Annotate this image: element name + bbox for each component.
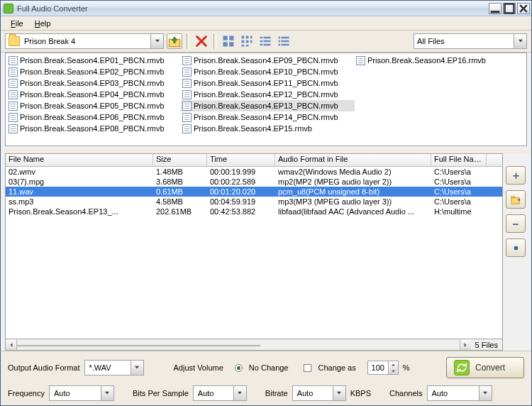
- close-button[interactable]: [517, 3, 530, 14]
- cell-name: 02.wmv: [6, 167, 153, 177]
- browser-file-item[interactable]: Prison.Break.Season4.EP14_PBCN.rmvb: [181, 111, 355, 123]
- table-row[interactable]: 02.wmv1.48MB00:00:19.999wmav2(Windows Me…: [6, 167, 502, 177]
- maximize-button[interactable]: [503, 3, 516, 14]
- browser-file-item[interactable]: Prison.Break.Season4.EP15.rmvb: [181, 123, 355, 134]
- frequency-value: Auto: [50, 389, 101, 397]
- browser-file-name: Prison.Break.Season4.EP09_PBCN.rmvb: [194, 56, 338, 65]
- up-folder-button[interactable]: [167, 33, 182, 49]
- browser-file-item[interactable]: Prison.Break.Season4.EP06_PBCN.rmvb: [7, 111, 181, 123]
- svg-rect-10: [242, 40, 245, 43]
- browser-file-item[interactable]: Prison.Break.Season4.EP09_PBCN.rmvb: [181, 55, 355, 66]
- browser-file-item[interactable]: Prison.Break.Season4.EP10_PBCN.rmvb: [181, 66, 355, 77]
- view-list-button[interactable]: [257, 33, 273, 49]
- clear-list-button[interactable]: [506, 238, 526, 257]
- view-details-button[interactable]: [276, 33, 292, 49]
- cell-fmt: mp2(MP2 (MPEG audio layer 2)): [275, 177, 431, 187]
- svg-rect-9: [250, 36, 253, 39]
- browser-file-name: Prison.Break.Season4.EP15.rmvb: [194, 124, 312, 133]
- file-browser[interactable]: Prison.Break.Season4.EP01_PBCN.rmvbPriso…: [5, 53, 527, 146]
- cell-time: 00:00:22.589: [207, 177, 275, 187]
- frequency-arrow[interactable]: [101, 386, 113, 400]
- browser-file-item[interactable]: Prison.Break.Season4.EP04_PBCN.rmvb: [7, 89, 181, 100]
- hscroll-right[interactable]: [460, 339, 471, 350]
- change-as-checkbox[interactable]: [304, 364, 311, 372]
- bits-combo[interactable]: Auto: [193, 385, 247, 401]
- file-grid[interactable]: File Name Size Time Audio Format in File…: [5, 153, 503, 339]
- browser-file-item[interactable]: Prison.Break.Season4.EP08_PBCN.rmvb: [7, 123, 181, 134]
- hscroll-left[interactable]: [6, 339, 17, 350]
- browser-file-item[interactable]: Prison.Break.Season4.EP13_PBCN.rmvb: [181, 100, 355, 111]
- table-row[interactable]: 11.wav0.61MB00:01:20.020pcm_u8(PCM unsig…: [6, 187, 502, 197]
- video-file-icon: [9, 90, 18, 99]
- bitrate-unit: KBPS: [350, 389, 371, 397]
- browser-file-name: Prison.Break.Season4.EP06_PBCN.rmvb: [20, 113, 165, 121]
- output-format-combo[interactable]: *.WAV: [84, 360, 144, 375]
- browser-file-name: Prison.Break.Season4.EP02_PBCN.rmvb: [20, 67, 165, 76]
- delete-button[interactable]: [194, 33, 209, 49]
- browser-file-name: Prison.Break.Season4.EP16.rmvb: [367, 56, 486, 65]
- cell-size: 0.61MB: [153, 187, 207, 197]
- folder-icon: [9, 36, 20, 46]
- output-format-arrow[interactable]: [131, 361, 143, 375]
- file-filter-dropdown[interactable]: All Files: [414, 33, 527, 49]
- channels-arrow[interactable]: [479, 386, 492, 400]
- browser-file-item[interactable]: Prison.Break.Season4.EP01_PBCN.rmvb: [7, 55, 181, 66]
- minimize-button[interactable]: [489, 3, 501, 14]
- col-header-format[interactable]: Audio Format in File: [275, 154, 431, 166]
- table-row[interactable]: Prison.Break.Season4.EP13_...202.61MB00:…: [6, 207, 502, 216]
- menu-file[interactable]: File: [5, 18, 29, 29]
- cell-size: 202.61MB: [153, 207, 207, 216]
- no-change-radio[interactable]: [235, 364, 243, 372]
- svg-rect-15: [260, 37, 263, 39]
- svg-rect-0: [491, 11, 500, 13]
- convert-icon: [454, 360, 470, 375]
- add-folder-button[interactable]: [506, 190, 526, 209]
- browser-file-name: Prison.Break.Season4.EP04_PBCN.rmvb: [20, 90, 165, 99]
- video-file-icon: [182, 56, 192, 65]
- video-file-icon: [182, 113, 192, 122]
- col-header-time[interactable]: Time: [207, 154, 275, 166]
- video-file-icon: [9, 79, 18, 88]
- browser-file-item[interactable]: Prison.Break.Season4.EP11_PBCN.rmvb: [181, 77, 355, 89]
- frequency-combo[interactable]: Auto: [49, 385, 114, 401]
- browser-file-item[interactable]: Prison.Break.Season4.EP03_PBCN.rmvb: [7, 77, 181, 89]
- adjust-volume-label: Adjust Volume: [174, 363, 223, 372]
- volume-percent-spinner[interactable]: 100: [367, 361, 399, 375]
- spin-down[interactable]: [389, 368, 398, 374]
- add-file-button[interactable]: ＋: [506, 166, 526, 185]
- table-row[interactable]: 03(7).mpg3.68MB00:00:22.589mp2(MP2 (MPEG…: [6, 177, 502, 187]
- browser-file-name: Prison.Break.Season4.EP03_PBCN.rmvb: [20, 79, 165, 87]
- menu-help[interactable]: Help: [29, 18, 57, 29]
- bitrate-combo[interactable]: Auto: [292, 385, 346, 401]
- cell-name: Prison.Break.Season4.EP13_...: [6, 207, 153, 216]
- file-filter-arrow[interactable]: [514, 34, 526, 48]
- spin-up[interactable]: [389, 361, 398, 368]
- cell-size: 3.68MB: [153, 177, 207, 187]
- browser-file-item[interactable]: Prison.Break.Season4.EP12_PBCN.rmvb: [181, 89, 355, 100]
- browser-file-name: Prison.Break.Season4.EP11_PBCN.rmvb: [194, 79, 338, 87]
- col-header-size[interactable]: Size: [153, 154, 207, 166]
- bitrate-arrow[interactable]: [333, 386, 345, 400]
- view-large-icons-button[interactable]: [221, 33, 236, 49]
- bits-arrow[interactable]: [233, 386, 246, 400]
- hscroll-thumb[interactable]: [17, 345, 260, 346]
- browser-file-item[interactable]: Prison.Break.Season4.EP16.rmvb: [355, 55, 527, 66]
- browser-file-item[interactable]: Prison.Break.Season4.EP05_PBCN.rmvb: [7, 100, 181, 111]
- svg-rect-18: [264, 40, 271, 43]
- browser-file-item[interactable]: Prison.Break.Season4.EP02_PBCN.rmvb: [7, 66, 181, 77]
- cell-fmt: wmav2(Windows Media Audio 2): [275, 167, 431, 177]
- bitrate-label: Bitrate: [265, 389, 288, 397]
- view-small-icons-button[interactable]: [239, 33, 255, 49]
- col-header-name[interactable]: File Name: [6, 154, 153, 166]
- convert-button[interactable]: Convert: [446, 357, 524, 378]
- file-count: 5 Files: [471, 341, 502, 349]
- current-folder-dropdown[interactable]: Prison Break 4: [5, 33, 164, 49]
- channels-combo[interactable]: Auto: [427, 385, 492, 401]
- browser-file-name: Prison.Break.Season4.EP05_PBCN.rmvb: [20, 102, 165, 110]
- svg-rect-12: [250, 40, 253, 43]
- col-header-path[interactable]: Full File Name: [431, 154, 487, 166]
- remove-file-button[interactable]: −: [506, 214, 526, 233]
- table-row[interactable]: ss.mp34.58MB00:04:59.919mp3(MP3 (MPEG au…: [6, 197, 502, 207]
- change-as-label: Change as: [318, 363, 355, 372]
- folder-dropdown-arrow[interactable]: [150, 34, 163, 48]
